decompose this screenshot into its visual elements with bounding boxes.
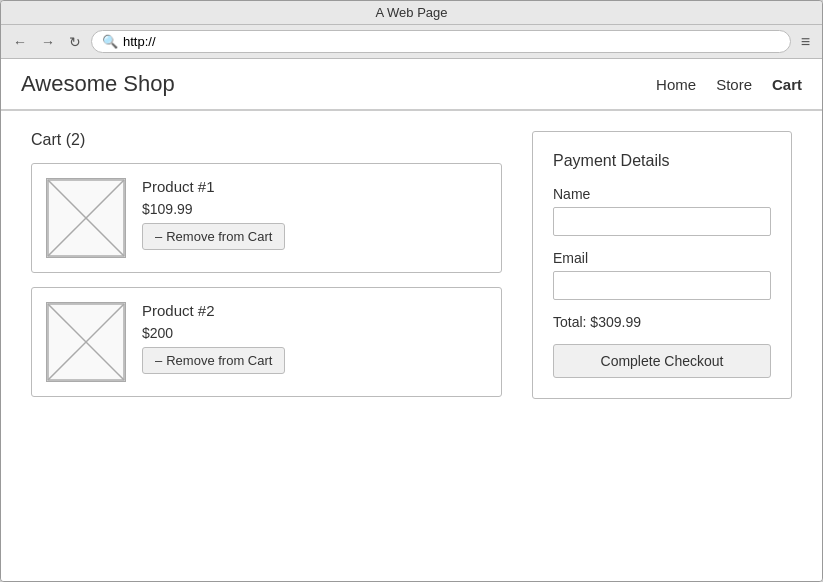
cart-section: Cart (2) Product #1 $109.99 – Remove fro… [31,131,502,561]
url-input[interactable] [123,34,780,49]
app-navbar: Awesome Shop Home Store Cart [1,59,822,111]
search-icon: 🔍 [102,34,118,49]
name-form-group: Name [553,186,771,236]
remove-button-1[interactable]: – Remove from Cart [142,223,285,250]
product-info-1: Product #1 $109.99 – Remove from Cart [142,178,285,250]
email-form-group: Email [553,250,771,300]
back-button[interactable]: ← [9,32,31,52]
email-input[interactable] [553,271,771,300]
nav-cart[interactable]: Cart [772,76,802,93]
product-image-1 [46,178,126,258]
product-image-2 [46,302,126,382]
nav-links: Home Store Cart [656,76,802,93]
page-title: A Web Page [375,5,447,20]
menu-button[interactable]: ≡ [797,31,814,53]
app-logo: Awesome Shop [21,71,175,97]
cart-item-1: Product #1 $109.99 – Remove from Cart [31,163,502,273]
checkout-button[interactable]: Complete Checkout [553,344,771,378]
title-bar: A Web Page [1,1,822,25]
forward-button[interactable]: → [37,32,59,52]
product-price-2: $200 [142,325,285,341]
nav-home[interactable]: Home [656,76,696,93]
total-text: Total: $309.99 [553,314,771,330]
remove-label-2: Remove from Cart [166,353,272,368]
email-label: Email [553,250,771,266]
nav-store[interactable]: Store [716,76,752,93]
page-content: Cart (2) Product #1 $109.99 – Remove fro… [1,111,822,581]
name-input[interactable] [553,207,771,236]
cart-title: Cart (2) [31,131,502,149]
address-bar[interactable]: 🔍 [91,30,791,53]
browser-window: A Web Page ← → ↻ 🔍 ≡ Awesome Shop Home S… [0,0,823,582]
product-name-1: Product #1 [142,178,285,195]
product-name-2: Product #2 [142,302,285,319]
payment-title: Payment Details [553,152,771,170]
cart-item-2: Product #2 $200 – Remove from Cart [31,287,502,397]
minus-icon-2: – [155,353,162,368]
payment-section: Payment Details Name Email Total: $309.9… [532,131,792,399]
remove-button-2[interactable]: – Remove from Cart [142,347,285,374]
product-price-1: $109.99 [142,201,285,217]
remove-label-1: Remove from Cart [166,229,272,244]
minus-icon-1: – [155,229,162,244]
browser-toolbar: ← → ↻ 🔍 ≡ [1,25,822,59]
name-label: Name [553,186,771,202]
product-info-2: Product #2 $200 – Remove from Cart [142,302,285,374]
refresh-button[interactable]: ↻ [65,32,85,52]
